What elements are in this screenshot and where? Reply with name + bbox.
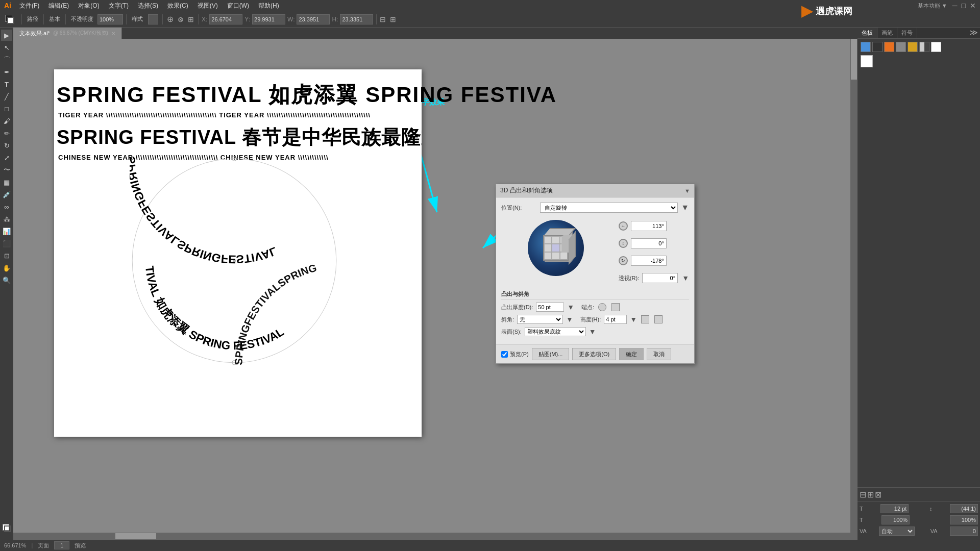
swatch-white2[interactable] (861, 55, 873, 67)
swatch-gray[interactable] (896, 42, 906, 52)
map-btn[interactable]: 贴图(M)... (532, 348, 570, 360)
more-btn[interactable]: 更多选项(O) (572, 348, 616, 360)
symbol-tool[interactable]: ⁂ (1, 213, 12, 224)
surface-select[interactable]: 塑料效果底纹 (525, 327, 586, 336)
paintbrush-tool[interactable]: 🖌 (1, 115, 12, 127)
transform-icon3[interactable]: ⊞ (188, 15, 194, 23)
hand-tool[interactable]: ✋ (1, 262, 12, 273)
lasso-tool[interactable]: ⌒ (1, 54, 12, 65)
panel-tab-brushes[interactable]: 画笔 (877, 28, 897, 38)
swatch-orange[interactable] (884, 42, 894, 52)
swatch-gradient[interactable] (919, 42, 929, 52)
horizontal-scroll-thumb[interactable] (115, 533, 156, 539)
transform-icon2[interactable]: ⊗ (178, 15, 184, 23)
pencil-tool[interactable]: ✏ (1, 128, 12, 139)
align-icon[interactable]: ⊟ (380, 15, 386, 23)
tracking-input[interactable] (881, 515, 910, 524)
preview-checkbox[interactable]: 预览(P) (501, 350, 529, 358)
preview-check-input[interactable] (501, 351, 508, 358)
swatch-gold[interactable] (908, 42, 918, 52)
zoom-tool[interactable]: 🔍 (1, 274, 12, 286)
vertical-scrollbar[interactable] (850, 39, 857, 540)
minimize-btn[interactable]: ─ (952, 2, 958, 10)
dialog-expand-icon[interactable]: ▼ (684, 188, 690, 194)
document-tab[interactable]: 文本效果.ai* @ 66.67% (CMYK/预览) ✕ (13, 28, 122, 39)
distribute-icon[interactable]: ⊞ (390, 15, 396, 23)
y-input[interactable] (252, 14, 285, 24)
page-input[interactable] (54, 541, 69, 549)
bevel-type-expand[interactable]: ▼ (566, 315, 573, 323)
position-expand[interactable]: ▼ (681, 203, 689, 212)
panel-tab-color[interactable]: 色板 (857, 28, 877, 38)
menu-help[interactable]: 帮助(H) (254, 1, 283, 11)
x-input[interactable] (209, 14, 242, 24)
transform-icon1[interactable]: ⊕ (167, 14, 174, 24)
vertical-scroll-thumb[interactable] (851, 39, 857, 80)
sphere-widget[interactable] (528, 220, 584, 276)
rect-tool[interactable]: □ (1, 103, 12, 114)
h-input[interactable] (340, 14, 373, 24)
warp-tool[interactable]: 〜 (1, 164, 12, 176)
scale-tool[interactable]: ⤢ (1, 152, 12, 163)
corner-round-btn[interactable] (598, 303, 606, 311)
pen-tool[interactable]: ✒ (1, 66, 12, 78)
height-input[interactable] (604, 315, 627, 324)
menu-type[interactable]: 文字(T) (105, 1, 133, 11)
horizontal-scrollbar[interactable] (13, 533, 850, 540)
perspective-expand[interactable]: ▼ (682, 274, 689, 282)
swatch-blue[interactable] (861, 42, 871, 52)
leading-input[interactable] (950, 504, 978, 513)
bevel-out-btn[interactable] (654, 315, 663, 323)
opacity-input[interactable] (97, 14, 123, 24)
height-expand[interactable]: ▼ (630, 315, 637, 323)
surface-expand[interactable]: ▼ (589, 328, 596, 336)
swatch-dark[interactable] (872, 42, 883, 52)
perspective-input[interactable] (642, 273, 678, 283)
artboard-tool[interactable]: ⬛ (1, 238, 12, 249)
style-swatch[interactable] (148, 14, 158, 24)
slice-tool[interactable]: ⊡ (1, 250, 12, 261)
blend-tool[interactable]: ∞ (1, 201, 12, 212)
swatch-white[interactable] (931, 42, 941, 52)
eyedropper-tool[interactable]: 💉 (1, 189, 12, 200)
type-size-input[interactable] (880, 504, 909, 513)
bevel-expand[interactable]: ▼ (567, 303, 574, 311)
selection-tool[interactable]: ▶ (1, 30, 12, 41)
menu-view[interactable]: 视图(V) (193, 1, 222, 11)
line-tool[interactable]: ╱ (1, 91, 12, 102)
kerning-input[interactable] (950, 527, 978, 536)
gradient-tool[interactable]: ▦ (1, 177, 12, 188)
ok-btn[interactable]: 确定 (619, 348, 644, 360)
align-left-btn[interactable]: ⊟ (860, 490, 866, 499)
corner-square-btn[interactable] (611, 303, 620, 311)
tracking-pct-input[interactable] (950, 515, 978, 524)
bevel-depth-input[interactable] (536, 303, 564, 312)
position-select[interactable]: 自定旋转 (540, 203, 678, 213)
fill-stroke-widget[interactable] (3, 13, 16, 26)
align-right-btn[interactable]: ⊠ (875, 490, 881, 499)
bevel-select[interactable]: 无 (517, 315, 563, 324)
direct-select-tool[interactable]: ↖ (1, 42, 12, 53)
menu-object[interactable]: 对象(O) (74, 1, 103, 11)
rotate-tool[interactable]: ↻ (1, 140, 12, 151)
w-input[interactable] (297, 14, 330, 24)
menu-effect[interactable]: 效果(C) (163, 1, 192, 11)
angle3-input[interactable] (631, 256, 667, 266)
type-tool[interactable]: T (1, 79, 12, 90)
menu-select[interactable]: 选择(S) (134, 1, 162, 11)
angle1-input[interactable] (631, 221, 667, 231)
cancel-btn[interactable]: 取消 (647, 348, 671, 360)
fill-stroke-widget-left[interactable] (1, 522, 12, 534)
menu-file[interactable]: 文件(F) (15, 1, 43, 11)
panel-tab-symbols[interactable]: 符号 (897, 28, 917, 38)
bevel-in-btn[interactable] (641, 315, 649, 323)
close-btn[interactable]: ✕ (970, 2, 976, 10)
menu-edit[interactable]: 编辑(E) (44, 1, 73, 11)
angle2-input[interactable] (631, 238, 667, 248)
drawing-canvas[interactable]: 调整立体角度来调整文字的角度，做出环形文字效果 SPRING FESTIVAL … (13, 39, 857, 540)
maximize-btn[interactable]: □ (962, 2, 966, 10)
panel-collapse-btn[interactable]: ≫ (967, 28, 980, 38)
baseline-select[interactable]: 自动 (879, 527, 915, 536)
column-graph-tool[interactable]: 📊 (1, 226, 12, 237)
menu-window[interactable]: 窗口(W) (223, 1, 253, 11)
